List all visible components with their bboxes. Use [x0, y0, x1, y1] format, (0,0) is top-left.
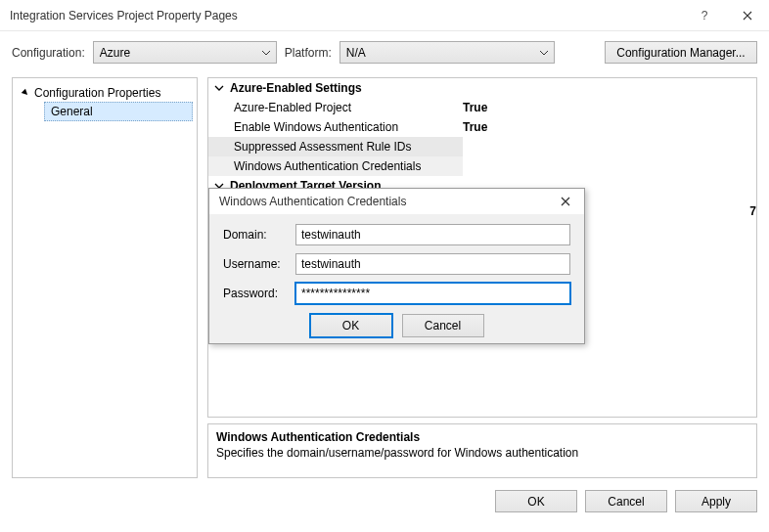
property-label: Enable Windows Authentication [208, 117, 463, 137]
group-azure-settings[interactable]: Azure-Enabled Settings [208, 78, 756, 98]
cancel-button[interactable]: Cancel [585, 490, 667, 512]
tree-item-general[interactable]: General [44, 102, 193, 121]
platform-value: N/A [346, 46, 366, 60]
description-panel: Windows Authentication Credentials Speci… [207, 423, 757, 478]
tree-root-label: Configuration Properties [34, 86, 160, 100]
password-label: Password: [223, 287, 295, 300]
close-icon[interactable] [726, 1, 769, 30]
configuration-select[interactable]: Azure [93, 41, 277, 64]
property-label: Azure-Enabled Project [208, 98, 463, 117]
property-grid: Azure-Enabled Settings Azure-Enabled Pro… [207, 77, 757, 418]
config-bar: Configuration: Azure Platform: N/A Confi… [0, 31, 769, 77]
window-title: Integration Services Project Property Pa… [10, 9, 683, 22]
dialog-body: Domain: Username: Password: OK Cancel [209, 214, 584, 337]
collapse-icon [214, 83, 224, 93]
credentials-dialog: Windows Authentication Credentials Domai… [208, 188, 585, 344]
group-label: Azure-Enabled Settings [230, 81, 362, 95]
description-title: Windows Authentication Credentials [216, 430, 748, 444]
main-area: Configuration Properties General Azure-E… [0, 77, 769, 478]
close-icon[interactable] [553, 191, 578, 212]
dialog-titlebar: Windows Authentication Credentials [209, 189, 584, 214]
ok-button[interactable]: OK [310, 314, 392, 337]
configuration-manager-button[interactable]: Configuration Manager... [605, 41, 757, 64]
password-input[interactable] [295, 283, 570, 304]
username-input[interactable] [295, 253, 570, 275]
chevron-down-icon [262, 49, 270, 57]
property-value: True [463, 98, 756, 117]
property-value [463, 156, 756, 176]
platform-label: Platform: [285, 46, 332, 60]
platform-select[interactable]: N/A [339, 41, 555, 64]
dialog-buttons: OK Cancel [223, 314, 570, 337]
tree-root-item[interactable]: Configuration Properties [17, 84, 193, 102]
property-row[interactable]: Windows Authentication Credentials [208, 156, 756, 176]
chevron-down-icon [540, 49, 548, 57]
bottom-button-row: OK Cancel Apply [0, 478, 769, 512]
apply-button[interactable]: Apply [675, 490, 757, 512]
cancel-button[interactable]: Cancel [402, 314, 484, 337]
property-value: True [463, 117, 756, 137]
configuration-label: Configuration: [12, 46, 85, 60]
help-icon[interactable]: ? [683, 1, 726, 30]
property-value [463, 137, 756, 156]
collapse-icon [21, 88, 30, 98]
configuration-value: Azure [100, 46, 130, 60]
domain-input[interactable] [295, 224, 570, 245]
property-row[interactable]: Suppressed Assessment Rule IDs [208, 137, 756, 156]
tree-panel: Configuration Properties General [12, 77, 198, 478]
dialog-title: Windows Authentication Credentials [219, 195, 553, 208]
property-label: Windows Authentication Credentials [208, 156, 463, 176]
titlebar: Integration Services Project Property Pa… [0, 0, 769, 31]
description-text: Specifies the domain/username/password f… [216, 446, 748, 460]
username-label: Username: [223, 257, 295, 271]
right-column: Azure-Enabled Settings Azure-Enabled Pro… [207, 77, 757, 478]
property-row[interactable]: Enable Windows Authentication True [208, 117, 756, 137]
domain-label: Domain: [223, 228, 295, 242]
property-label: Suppressed Assessment Rule IDs [208, 137, 463, 156]
property-row[interactable]: Azure-Enabled Project True [208, 98, 756, 117]
ok-button[interactable]: OK [495, 490, 577, 512]
